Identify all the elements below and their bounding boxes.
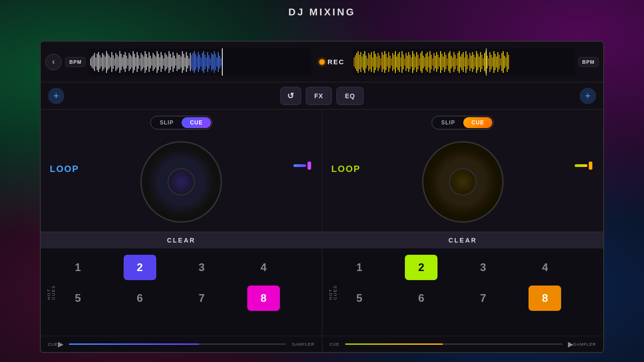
svg-rect-145 [413,54,414,70]
svg-rect-114 [372,57,373,67]
svg-rect-148 [418,55,418,69]
svg-rect-20 [117,55,118,69]
cue-2-right[interactable]: 2 [405,255,437,280]
svg-rect-195 [480,52,481,72]
svg-rect-186 [468,58,469,66]
svg-rect-164 [439,57,440,67]
eq-button[interactable]: EQ [336,87,364,105]
svg-rect-57 [166,55,167,69]
svg-rect-200 [487,56,488,68]
cue-button-right[interactable]: CUE [463,117,492,128]
cue-7-left[interactable]: 7 [185,286,218,311]
svg-rect-77 [205,55,206,69]
cue-4-right[interactable]: 4 [529,255,561,280]
svg-rect-13 [108,54,109,70]
svg-rect-6 [98,52,99,72]
progress-fill-right [345,343,443,345]
back-button[interactable]: ‹ [45,54,62,70]
svg-rect-133 [398,54,399,70]
cues-grid-left: 1 2 3 4 5 6 7 8 [48,255,315,311]
svg-rect-175 [453,52,454,72]
vol-handle-left[interactable] [308,162,311,170]
fx-button[interactable]: FX [306,87,332,105]
cue-6-right[interactable]: 6 [405,286,437,311]
svg-rect-160 [433,53,434,71]
svg-rect-166 [442,54,442,70]
play-button-right[interactable]: ▶ [568,340,573,348]
svg-rect-85 [216,54,216,70]
turntable-left[interactable] [140,141,222,223]
svg-rect-171 [448,53,449,71]
svg-rect-150 [420,53,421,71]
svg-rect-188 [471,56,471,68]
svg-rect-75 [202,53,203,71]
svg-rect-119 [379,56,380,68]
cue-8-left[interactable]: 8 [247,286,280,311]
svg-rect-112 [370,55,370,69]
svg-rect-108 [364,51,365,73]
turntable-area-right: LOOP [322,132,604,232]
deck-bottom-right: CUE ▶ SAMPLER [322,336,604,352]
svg-rect-129 [392,53,393,71]
svg-rect-123 [384,51,385,73]
svg-rect-181 [461,54,462,70]
svg-rect-69 [194,51,195,73]
sampler-bottom-label-left: SAMPLER [292,342,314,347]
svg-rect-198 [484,53,485,71]
svg-rect-205 [493,51,494,73]
svg-rect-17 [113,55,114,69]
main-panel: ‹ BPM [40,41,604,353]
clear-button-left[interactable]: CLEAR [41,232,322,248]
svg-rect-132 [396,57,397,67]
svg-rect-36 [138,55,139,69]
svg-rect-105 [360,52,361,72]
svg-rect-26 [125,52,126,72]
clear-button-right[interactable]: CLEAR [322,232,604,248]
cue-button-left[interactable]: CUE [182,117,211,128]
vol-handle-right[interactable] [589,162,592,170]
svg-rect-45 [150,56,151,68]
cue-1-left[interactable]: 1 [62,255,94,280]
svg-rect-143 [411,57,412,67]
svg-rect-55 [163,58,164,66]
svg-rect-130 [394,55,394,69]
play-button-left[interactable]: ▶ [58,340,63,348]
svg-rect-107 [363,54,364,70]
turntable-right[interactable] [422,141,504,223]
svg-rect-126 [388,52,389,72]
bpm-right: BPM [578,57,599,67]
svg-rect-38 [141,53,142,71]
svg-rect-156 [428,57,429,67]
slip-cue-row-left: SLIP CUE [41,110,322,133]
svg-rect-216 [508,55,509,69]
reload-button[interactable]: ↺ [280,87,301,105]
waveform-right [353,48,575,76]
cue-5-left[interactable]: 5 [62,286,94,311]
cue-5-right[interactable]: 5 [343,286,376,311]
vol-bar-left [293,164,306,167]
slip-button-right[interactable]: SLIP [433,117,463,128]
svg-rect-95 [186,52,187,72]
cue-1-right[interactable]: 1 [343,255,376,280]
vol-bar-right [575,164,587,167]
svg-rect-25 [124,55,125,69]
svg-rect-179 [459,51,460,73]
cue-3-left[interactable]: 3 [185,255,218,280]
cue-6-left[interactable]: 6 [124,286,156,311]
svg-rect-161 [435,56,436,68]
slip-button-left[interactable]: SLIP [152,117,182,128]
cue-3-right[interactable]: 3 [467,255,500,280]
hot-cues-label-left: HOTCUES [47,285,56,300]
cue-8-right[interactable]: 8 [529,286,561,311]
add-left-button[interactable]: + [48,88,64,104]
cue-4-left[interactable]: 4 [247,255,280,280]
cue-7-right[interactable]: 7 [467,286,500,311]
svg-rect-81 [210,58,211,66]
svg-rect-120 [380,58,381,66]
svg-rect-53 [161,52,162,72]
hot-cues-area-left: HOTCUES 1 2 3 4 5 6 7 8 [41,248,322,336]
svg-rect-80 [209,55,210,69]
add-right-button[interactable]: + [580,88,596,104]
toolbar-center: ↺ FX EQ [280,87,364,105]
cue-2-left[interactable]: 2 [124,255,156,280]
